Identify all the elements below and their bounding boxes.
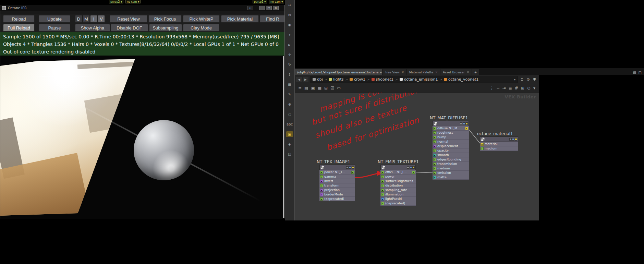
- network-editor-canvas[interactable]: VEX Builder mapping is correctbut not su…: [295, 93, 539, 220]
- input-connector-icon[interactable]: ▸: [320, 184, 323, 187]
- input-connector-icon[interactable]: ▸: [381, 193, 384, 196]
- param-row-medium[interactable]: ▸medium: [480, 146, 518, 151]
- breadcrumb-item-octane-emission1[interactable]: octane_emission1: [400, 77, 438, 82]
- grid-display-icon[interactable]: ⊞: [521, 86, 524, 91]
- toolbar-button-m[interactable]: M: [83, 15, 90, 23]
- breadcrumb-item-shopnet1[interactable]: shopnet1: [372, 77, 393, 82]
- tab-close-icon[interactable]: ×: [435, 71, 438, 74]
- toolbar-button-i[interactable]: I: [90, 15, 97, 23]
- toolbar-button-disable-dof[interactable]: Disable DOF: [111, 24, 148, 32]
- render-viewport[interactable]: [0, 56, 284, 219]
- path-field[interactable]: obj>lights>crow1>shopnet1>octane_emissio…: [311, 76, 518, 83]
- input-connector-icon[interactable]: ▸: [433, 154, 436, 157]
- node-nt-emis-texture1[interactable]: NT_EMIS_TEXTURE1▸effici...NT_E...▸▸power…: [380, 165, 416, 206]
- input-connector-icon[interactable]: ▸: [381, 189, 384, 192]
- maximize-icon[interactable]: □: [266, 6, 272, 10]
- input-connector-icon[interactable]: ▸: [320, 189, 323, 192]
- toolbar-button-pick-material[interactable]: Pick Material: [221, 15, 259, 23]
- viewport-cam-chip-no-cam-3[interactable]: no cam ▾: [269, 0, 284, 3]
- new-tab-button[interactable]: +: [472, 69, 479, 75]
- close-icon[interactable]: ✕: [273, 6, 279, 10]
- nav-back-button[interactable]: ◀: [296, 77, 302, 82]
- param-row-surfacebrightness[interactable]: ▸surfaceBrightness: [380, 179, 416, 183]
- nav-forward-button[interactable]: ▶: [303, 77, 308, 82]
- bypass-flag-icon[interactable]: [509, 138, 512, 141]
- render-scrollbar[interactable]: [283, 56, 284, 218]
- viewport-cam-chip-no-cam-1[interactable]: no cam ▾: [125, 0, 141, 3]
- param-row-effici[interactable]: ▸effici...NT_E...▸: [380, 170, 416, 175]
- param-row-transmission[interactable]: ▸transmission: [433, 162, 469, 166]
- pin-icon[interactable]: ⌖: [286, 32, 293, 38]
- palette-icon[interactable]: ▭: [337, 86, 341, 91]
- toolbar-button-d[interactable]: D: [75, 15, 82, 23]
- toolbar-button-reset-view[interactable]: Reset View: [110, 15, 147, 23]
- input-connector-icon[interactable]: ▸: [320, 171, 323, 174]
- zoom-icon[interactable]: ⊙: [527, 86, 531, 91]
- param-row-medium[interactable]: ▸medium: [433, 166, 469, 171]
- param-row-projection[interactable]: ▸projection: [319, 188, 355, 192]
- output-connector-icon[interactable]: ▸: [351, 171, 354, 174]
- output-connector-icon[interactable]: ▸: [465, 127, 468, 130]
- param-row-edgesrounding[interactable]: ▸edgesRounding: [433, 157, 469, 162]
- distribute-icon[interactable]: ≣: [509, 86, 512, 91]
- input-connector-icon[interactable]: ▸: [433, 163, 436, 166]
- display-flag-icon[interactable]: [410, 166, 412, 169]
- notes-icon[interactable]: ☑: [330, 86, 334, 91]
- input-connector-icon[interactable]: ▸: [433, 167, 436, 170]
- diamond-tool-icon[interactable]: ◈: [286, 141, 293, 147]
- pane-split-icon[interactable]: ◫: [639, 71, 642, 74]
- param-row-bump[interactable]: ▸bump: [433, 135, 469, 140]
- toolbar-button-full-reload[interactable]: Full Reload: [3, 24, 35, 32]
- toolbar-button-update[interactable]: Update: [39, 15, 70, 23]
- input-connector-icon[interactable]: ▸: [320, 175, 323, 178]
- path-dropdown-icon[interactable]: ▾: [514, 78, 516, 81]
- param-row-deprecated[interactable]: ▸(deprecated): [319, 197, 355, 201]
- input-connector-icon[interactable]: ▸: [381, 184, 384, 187]
- param-row-power[interactable]: ▸powerNT_T...▸: [319, 170, 355, 175]
- layout-icon[interactable]: ▤: [286, 151, 293, 157]
- toolbar-button-clay-mode[interactable]: Clay Mode: [183, 24, 219, 32]
- hash-grid-icon[interactable]: #: [515, 86, 518, 91]
- input-connector-icon[interactable]: ▸: [381, 197, 384, 201]
- input-connector-icon[interactable]: ▸: [381, 180, 384, 183]
- node-nt-tex-image1[interactable]: NT_TEX_IMAGE1▸powerNT_T...▸▸gamma▸invert…: [319, 165, 355, 201]
- display-flag-icon[interactable]: [463, 122, 465, 125]
- param-row-power[interactable]: ▸power: [380, 175, 416, 179]
- tab-close-icon[interactable]: ×: [467, 71, 469, 74]
- viewport-cam-chip-persp2-0[interactable]: persp2 ▾: [109, 0, 123, 3]
- param-row-transform[interactable]: ▸transform: [319, 183, 355, 188]
- display-flag-icon[interactable]: [349, 166, 351, 169]
- param-row-deprecated[interactable]: ▸(deprecated): [380, 201, 416, 206]
- camera-icon[interactable]: ◉: [286, 22, 293, 28]
- snap-grid-icon[interactable]: ▦: [286, 82, 293, 87]
- render-flag-icon[interactable]: [515, 138, 517, 141]
- viewport-cam-chip-persp1-2[interactable]: persp1 ▾: [253, 0, 267, 3]
- param-row-lightpassid[interactable]: ▸lightPassId: [380, 197, 416, 201]
- input-connector-icon[interactable]: ▸: [320, 180, 323, 183]
- toolbar-button-pick-focus[interactable]: Pick Focus: [148, 15, 182, 23]
- param-row-bordermode[interactable]: ▸borderMode: [319, 192, 355, 197]
- toolbar-button-pause[interactable]: Pause: [39, 24, 70, 32]
- param-row-diffuse[interactable]: ▸diffuseNT_M...▸: [433, 126, 469, 131]
- param-row-opacity[interactable]: ▸opacity: [433, 148, 469, 153]
- toolbar-button-find-r[interactable]: Find R: [260, 15, 284, 23]
- bypass-flag-icon[interactable]: [460, 122, 462, 125]
- input-connector-icon[interactable]: ▸: [381, 175, 384, 178]
- target-icon[interactable]: ⊙: [527, 77, 530, 82]
- lock-icon[interactable]: ⊠: [286, 12, 293, 18]
- param-row-matte[interactable]: ▸matte: [433, 175, 469, 180]
- toolbar-button-v[interactable]: V: [98, 15, 105, 23]
- input-connector-icon[interactable]: ▸: [320, 193, 323, 196]
- toolbar-button-subsampling[interactable]: Subsampling: [149, 24, 182, 32]
- node-nt-mat-diffuse1[interactable]: NT_MAT_DIFFUSE1▸diffuseNT_M...▸▸roughnes…: [433, 121, 469, 180]
- param-row-illumination[interactable]: ▸illumination: [380, 192, 416, 197]
- more-icon[interactable]: ▾: [533, 86, 535, 91]
- tab-asset-browser[interactable]: Asset Browser×: [440, 69, 472, 75]
- param-row-distribution[interactable]: ▸distribution: [380, 183, 416, 188]
- input-connector-icon[interactable]: ▸: [481, 143, 484, 146]
- export-icon[interactable]: ↥: [520, 77, 523, 82]
- input-connector-icon[interactable]: ▸: [433, 127, 436, 130]
- move-tool-icon[interactable]: ✛: [286, 52, 293, 58]
- input-connector-icon[interactable]: ▸: [433, 136, 436, 139]
- node-header[interactable]: [433, 121, 469, 126]
